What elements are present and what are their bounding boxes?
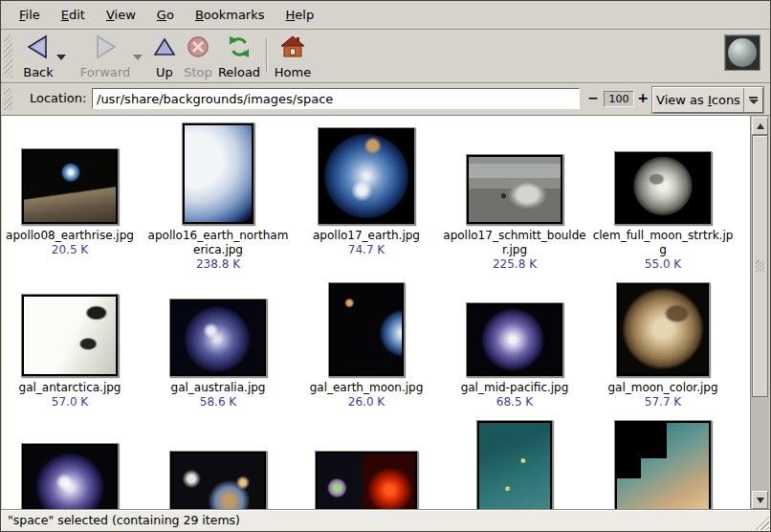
scroll-down-icon: [757, 498, 764, 503]
chevron-down-icon: [749, 100, 759, 104]
stepped-nebula-partial-thumbnail: [617, 423, 709, 510]
teal-nebula-partial-thumbnail: [479, 423, 550, 510]
color-moon-thumbnail: [619, 285, 707, 374]
forward-button[interactable]: Forward: [77, 33, 133, 79]
window-resize-grip[interactable]: [752, 513, 769, 530]
file-item-apollo08-earthrise[interactable]: apollo08_earthrise.jpg 20.5 K: [2, 125, 142, 257]
location-label: Location:: [30, 91, 86, 105]
earth-crescent-thumbnail: [185, 125, 252, 222]
menu-view[interactable]: View: [96, 3, 146, 27]
menu-help[interactable]: Help: [275, 3, 325, 27]
purple-globe-partial-thumbnail: [24, 446, 116, 510]
purple-globe-thumbnail: [469, 305, 561, 374]
file-item-gal-moon-color[interactable]: gal_moon_color.jpg 57.7 K: [591, 281, 735, 410]
file-item-apollo17-earth[interactable]: apollo17_earth.jpg 74.7 K: [295, 125, 438, 257]
galaxy-pair-partial-thumbnail: [172, 454, 264, 510]
earthrise-thumbnail: [24, 151, 116, 222]
view-mode-pre: View as: [656, 93, 708, 107]
location-input[interactable]: [92, 88, 580, 109]
file-item-partial-4[interactable]: [443, 420, 586, 510]
location-bar-drag-handle[interactable]: [4, 88, 12, 110]
file-item-clem-full-moon[interactable]: clem_full_moon_strtrk.jpg 55.0 K: [591, 125, 735, 272]
status-bar: "space" selected (containing 29 items): [1, 509, 770, 531]
blue-marble-thumbnail: [320, 130, 412, 222]
zoom-level-indicator: 100: [604, 91, 634, 107]
scrollbar-thumb[interactable]: [752, 135, 768, 397]
view-mode-dropdown-button[interactable]: [743, 88, 762, 112]
file-item-gal-mid-pacific[interactable]: gal_mid-pacific.jpg 68.5 K: [443, 281, 586, 410]
earth-moon-thumbnail: [331, 285, 402, 374]
nebula-two-panel-partial-thumbnail: [318, 454, 415, 510]
status-text: "space" selected (containing 29 items): [8, 513, 240, 527]
reload-icon: [227, 34, 252, 59]
scroll-up-icon: [757, 123, 764, 129]
scroll-up-button[interactable]: [752, 117, 768, 135]
menu-bar: File Edit View Go Bookmarks Help: [1, 1, 770, 30]
zoom-in-button[interactable]: +: [636, 90, 650, 105]
zoom-out-button[interactable]: −: [586, 90, 600, 105]
home-button[interactable]: Home: [273, 33, 313, 79]
dark-globe-thumbnail: [172, 301, 264, 374]
file-item-partial-3[interactable]: [295, 451, 438, 510]
file-manager-window: File Edit View Go Bookmarks Help Back Fo…: [0, 0, 771, 532]
view-mode-selector[interactable]: View as Icons: [652, 87, 763, 113]
file-item-gal-antarctica[interactable]: gal_antarctica.jpg 57.0 K: [2, 281, 142, 410]
back-button[interactable]: Back: [16, 33, 60, 79]
file-item-partial-5[interactable]: [591, 420, 735, 510]
vertical-scrollbar[interactable]: [750, 116, 769, 510]
file-item-gal-australia[interactable]: gal_australia.jpg 58.6 K: [146, 281, 290, 410]
file-item-partial-1[interactable]: [2, 443, 142, 510]
scrollbar-grip-icon: [756, 260, 764, 272]
scroll-down-button[interactable]: [752, 491, 768, 509]
gray-sphere-throbber-icon: [728, 38, 757, 67]
file-item-partial-2[interactable]: [146, 451, 290, 510]
home-icon: [280, 34, 305, 59]
reload-button[interactable]: Reload: [215, 33, 263, 79]
menu-file[interactable]: File: [9, 3, 51, 27]
location-bar: Location: − 100 + View as Icons: [1, 83, 770, 116]
menu-edit[interactable]: Edit: [51, 3, 96, 27]
ice-sheet-thumbnail: [24, 297, 116, 374]
throbber: [724, 34, 760, 71]
file-item-gal-earth-moon[interactable]: gal_earth_moon.jpg 26.0 K: [295, 281, 438, 410]
menu-bookmarks[interactable]: Bookmarks: [185, 3, 275, 27]
stop-icon: [187, 35, 209, 58]
toolbar: Back Forward Up Stop: [1, 31, 770, 83]
stop-button[interactable]: Stop: [181, 33, 215, 79]
file-item-apollo16-earth[interactable]: apollo16_earth_northamerica.jpg 238.8 K: [146, 125, 290, 272]
full-moon-thumbnail: [617, 154, 709, 222]
icon-view: apollo08_earthrise.jpg 20.5 K apollo16_e…: [2, 116, 750, 510]
moonscape-thumbnail: [469, 157, 561, 222]
file-item-apollo17-schmitt-boulder[interactable]: apollo17_schmitt_boulder.jpg 225.8 K: [443, 125, 586, 272]
forward-history-dropdown-icon[interactable]: [133, 55, 143, 60]
toolbar-drag-handle[interactable]: [4, 35, 12, 78]
menu-go[interactable]: Go: [146, 3, 185, 27]
back-history-dropdown-icon[interactable]: [56, 55, 66, 60]
up-arrow-icon: [153, 35, 176, 58]
forward-arrow-icon: [93, 34, 118, 59]
up-button[interactable]: Up: [149, 33, 180, 79]
back-arrow-icon: [26, 34, 51, 59]
toolbar-separator: [266, 38, 268, 73]
view-mode-value: Icons: [708, 93, 740, 107]
